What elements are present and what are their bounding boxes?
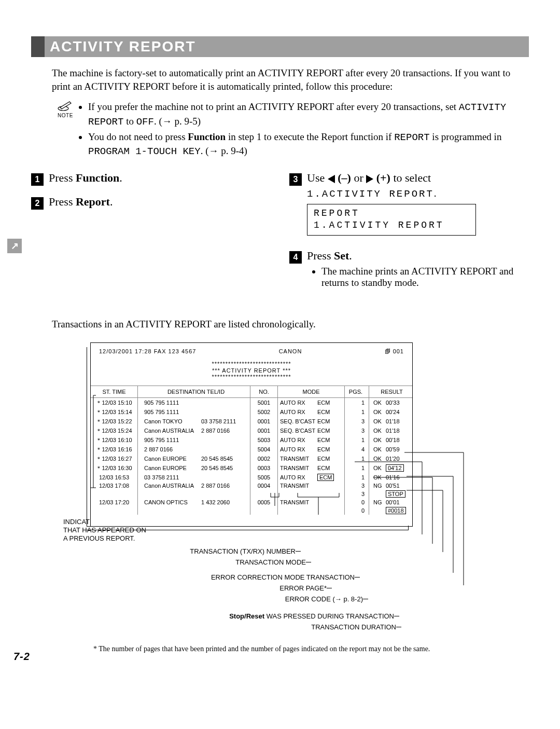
col-pgs: PGS. [345,386,369,398]
table-row: ＊12/03 15:14905 795 11115002AUTO RXECM1O… [91,407,412,417]
left-arrow-icon [328,175,335,183]
lcd-display: REPORT 1.ACTIVITY REPORT [307,204,476,236]
step-1: 1 Press Function. [31,171,271,186]
report-header-mid: CANON [279,348,302,354]
step-number: 1 [31,173,44,186]
report-sample: INDICATES AN ENTRY THAT HAS APPEARED ON … [78,342,529,631]
table-row: ＊12/03 15:10905 795 11115001AUTO RXECM1O… [91,398,412,408]
section-title: ACTIVITY REPORT [48,38,196,55]
step-number: 2 [31,197,44,210]
callout-error-page: ERROR PAGE* [78,584,327,592]
right-arrow-icon [366,175,373,183]
callout-error-code: ERROR CODE (→ p. 8-2) [78,595,363,603]
section-heading: ACTIVITY REPORT [31,36,529,57]
step-4: 4 Press Set. The machine prints an ACTIV… [289,249,529,288]
step-2: 2 Press Report. [31,195,271,210]
heading-accent [31,36,45,57]
col-result: RESULT [369,386,413,398]
table-row: 12/03 16:5303 3758 21115005AUTO RXECM1OK… [91,473,412,482]
col-dest: DESTINATION TEL/ID [138,386,250,398]
report-table: ST. TIME DESTINATION TEL/ID NO. MODE PGS… [91,386,412,515]
chrono-note: Transactions in an ACTIVITY REPORT are l… [52,319,529,330]
callout-tx-number: TRANSACTION (TX/RX) NUMBER [78,547,296,555]
report-header-right: 🗐 001 [385,348,404,354]
table-row: 12/03 17:08Canon AUSTRALIA2 887 01660004… [91,482,412,489]
tab-marker: ↗ [7,239,22,253]
table-row: 12/03 17:20CANON OPTICS1 432 20600005TRA… [91,498,412,506]
table-row: ＊12/03 15:22Canon TOKYO03 3758 21110001S… [91,417,412,426]
note-block: NOTE If you prefer the machine not to pr… [52,100,529,160]
step-4-bullet: The machine prints an ACTIVITY REPORT an… [321,266,529,288]
col-st-time: ST. TIME [91,386,138,398]
table-row: ＊12/03 16:162 887 01665004AUTO RXECM4OK0… [91,445,412,454]
table-row: 0#0018 [91,506,412,515]
col-no: NO. [250,386,278,398]
table-row: ＊12/03 16:30Canon EUROPE20 545 85450003T… [91,463,412,473]
step-number: 3 [289,173,302,186]
callout-ecm: ERROR CORRECTION MODE TRANSACTION [78,573,355,581]
callout-tx-mode: TRANSACTION MODE [78,558,306,566]
step-number: 4 [289,251,302,264]
report-header-left: 12/03/2001 17:28 FAX 123 4567 [99,348,196,354]
pencil-icon [57,100,74,112]
table-row: ＊12/03 16:10905 795 11115003AUTO RXECM1O… [91,435,412,445]
callout-duration: TRANSACTION DURATION [78,623,396,631]
col-mode: MODE [278,386,345,398]
note-label: NOTE [52,113,79,118]
step-3: 3 Use (–) or (+) to select 1.ACTIVITY RE… [289,171,529,240]
page-number: 7-2 [13,651,30,663]
table-row: ＊12/03 16:27Canon EUROPE20 545 85450002T… [91,454,412,463]
footnote: * The number of pages that have been pri… [93,644,529,654]
table-row: ＊12/03 15:24Canon AUSTRALIA2 887 0166000… [91,426,412,435]
note-text: If you prefer the machine not to print a… [79,100,529,160]
intro-paragraph: The machine is factory-set to automatica… [52,66,529,93]
table-row: 3STOP [91,489,412,498]
callout-stop-reset: Stop/Reset WAS PRESSED DURING TRANSACTIO… [78,612,394,620]
